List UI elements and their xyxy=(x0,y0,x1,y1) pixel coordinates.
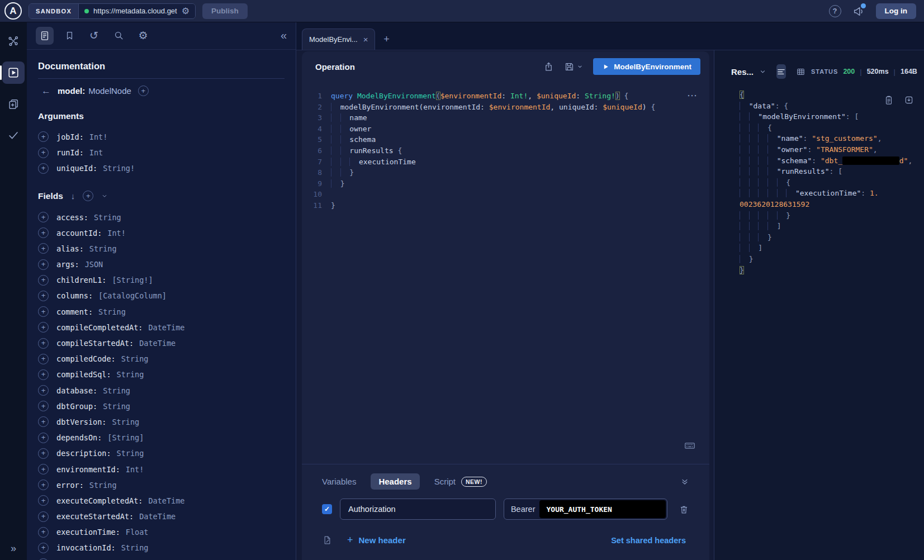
query-editor[interactable]: 1query ModelByEnvironment($environmentId… xyxy=(302,82,709,464)
new-header-button[interactable]: + New header xyxy=(347,534,406,546)
response-chevron-icon[interactable] xyxy=(759,68,766,75)
field-type[interactable]: Int! xyxy=(126,465,144,474)
field-name[interactable]: compiledSql: xyxy=(56,370,111,379)
add-to-query-icon[interactable]: + xyxy=(38,291,49,301)
add-to-query-icon[interactable]: + xyxy=(38,543,49,553)
delete-header-icon[interactable] xyxy=(679,504,689,515)
apollo-logo[interactable]: A xyxy=(4,2,22,20)
field-name[interactable]: compileCompletedAt: xyxy=(56,323,143,332)
add-to-query-icon[interactable]: + xyxy=(38,401,49,411)
field-name[interactable]: dbtGroup: xyxy=(56,402,97,411)
endpoint-url-segment[interactable]: https://metadata.cloud.get ⚙ xyxy=(79,4,195,18)
field-type[interactable]: String xyxy=(121,354,149,363)
field-name[interactable]: runId: xyxy=(56,148,84,157)
add-to-query-icon[interactable]: + xyxy=(38,227,49,238)
field-name[interactable]: error: xyxy=(56,481,84,490)
field-type[interactable]: DateTime xyxy=(148,496,184,505)
add-to-query-icon[interactable]: + xyxy=(38,212,49,222)
preflight-script-icon[interactable] xyxy=(322,535,333,545)
add-type-icon[interactable]: + xyxy=(138,86,149,96)
endpoint-settings-icon[interactable]: ⚙ xyxy=(182,7,189,16)
redacted-token-box[interactable]: YOUR_AUTH_TOKEN xyxy=(539,500,666,518)
field-name[interactable]: jobId: xyxy=(56,132,84,141)
login-button[interactable]: Log in xyxy=(876,3,917,19)
field-type[interactable]: [String] xyxy=(107,433,144,442)
field-name[interactable]: columns: xyxy=(56,291,93,300)
field-type[interactable]: DateTime xyxy=(139,512,176,521)
nav-collections[interactable] xyxy=(2,93,25,115)
doc-tab-bookmarks[interactable] xyxy=(60,27,78,45)
field-name[interactable]: dbtVersion: xyxy=(56,417,106,426)
announcements-icon[interactable] xyxy=(852,5,865,17)
copy-response-icon[interactable] xyxy=(884,95,894,105)
add-to-query-icon[interactable]: + xyxy=(38,369,49,380)
field-name[interactable]: args: xyxy=(56,260,79,269)
set-shared-headers-link[interactable]: Set shared headers xyxy=(611,536,686,545)
field-type[interactable]: JSON xyxy=(85,260,103,269)
new-tab-button[interactable]: + xyxy=(375,29,397,50)
response-title[interactable]: Res... xyxy=(731,67,754,77)
add-to-query-icon[interactable]: + xyxy=(38,464,49,474)
add-to-query-icon[interactable]: + xyxy=(38,448,49,459)
field-name[interactable]: compiledCode: xyxy=(56,354,116,363)
field-name[interactable]: accountId: xyxy=(56,229,102,238)
save-control[interactable] xyxy=(564,61,583,72)
field-type[interactable]: String xyxy=(117,370,144,379)
field-name[interactable]: uniqueId: xyxy=(56,164,97,173)
nav-explorer[interactable] xyxy=(2,61,25,84)
add-to-query-icon[interactable]: + xyxy=(38,480,49,490)
nav-checks[interactable] xyxy=(2,124,25,146)
field-type[interactable]: DateTime xyxy=(139,339,176,348)
view-table-toggle[interactable] xyxy=(796,64,805,79)
run-operation-button[interactable]: ModelByEnvironment xyxy=(593,58,700,75)
close-tab-icon[interactable]: × xyxy=(363,35,368,44)
field-name[interactable]: description: xyxy=(56,449,111,458)
breadcrumb-type[interactable]: ModelNode xyxy=(88,86,131,96)
add-to-query-icon[interactable]: + xyxy=(38,131,49,142)
field-name[interactable]: compileStartedAt: xyxy=(56,339,134,348)
tab-headers[interactable]: Headers xyxy=(371,473,419,490)
field-name[interactable]: database: xyxy=(56,386,97,395)
tab-variables[interactable]: Variables xyxy=(322,477,356,486)
field-type[interactable]: [String!] xyxy=(112,276,153,284)
field-type[interactable]: String xyxy=(94,213,121,222)
add-to-query-icon[interactable]: + xyxy=(38,495,49,506)
field-name[interactable]: comment: xyxy=(56,307,93,316)
help-icon[interactable]: ? xyxy=(829,5,841,17)
field-type[interactable]: Float xyxy=(126,528,149,537)
back-arrow-icon[interactable]: ← xyxy=(41,86,51,97)
field-name[interactable]: childrenL1: xyxy=(56,276,106,284)
add-to-query-icon[interactable]: + xyxy=(38,275,49,286)
field-type[interactable]: String xyxy=(117,449,144,458)
field-name[interactable]: alias: xyxy=(56,244,84,253)
field-type[interactable]: String xyxy=(89,244,117,253)
download-response-icon[interactable] xyxy=(904,95,914,105)
add-to-query-icon[interactable]: + xyxy=(38,148,49,158)
field-type[interactable]: String xyxy=(89,481,117,490)
field-name[interactable]: executionTime: xyxy=(56,528,120,537)
field-type[interactable]: [CatalogColumn] xyxy=(98,291,167,300)
collapse-drawer-button[interactable] xyxy=(680,477,689,486)
add-to-query-icon[interactable]: + xyxy=(38,354,49,364)
add-to-query-icon[interactable]: + xyxy=(38,433,49,443)
header-key-input[interactable] xyxy=(340,499,496,520)
field-name[interactable]: environmentId: xyxy=(56,465,120,474)
add-to-query-icon[interactable]: + xyxy=(38,306,49,317)
add-to-query-icon[interactable]: + xyxy=(38,511,49,522)
collapse-doc-panel-button[interactable]: « xyxy=(281,29,287,42)
editor-more-icon[interactable]: ⋯ xyxy=(687,89,698,102)
header-enabled-checkbox[interactable]: ✓ xyxy=(322,504,332,514)
doc-tab-documentation[interactable] xyxy=(36,27,54,45)
operation-tab[interactable]: ModelByEnvi... × xyxy=(302,29,375,50)
field-type[interactable]: Int! xyxy=(107,229,126,238)
add-to-query-icon[interactable]: + xyxy=(38,259,49,270)
field-name[interactable]: dependsOn: xyxy=(56,433,102,442)
add-to-query-icon[interactable]: + xyxy=(38,338,49,349)
add-to-query-icon[interactable]: + xyxy=(38,322,49,333)
field-name[interactable]: invocationId: xyxy=(56,543,116,552)
field-type[interactable]: String xyxy=(121,543,149,552)
endpoint-url[interactable]: https://metadata.cloud.get xyxy=(93,7,177,15)
keyboard-shortcuts-icon[interactable] xyxy=(684,439,696,452)
doc-tab-settings[interactable]: ⚙ xyxy=(134,27,152,45)
add-to-query-icon[interactable]: + xyxy=(38,243,49,254)
